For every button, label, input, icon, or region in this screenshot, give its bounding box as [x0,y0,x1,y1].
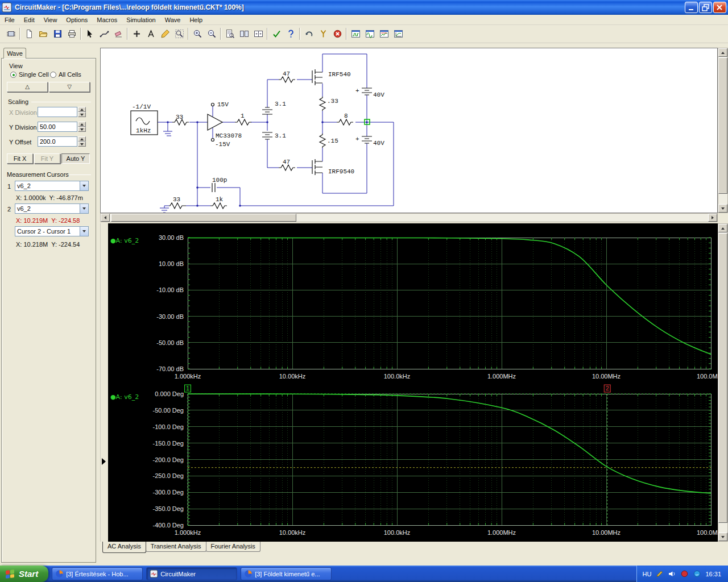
spinner-up-icon[interactable] [78,107,86,112]
open-file-icon[interactable] [37,27,50,41]
menu-macros[interactable]: Macros [92,15,122,24]
pane-splitter-arrow[interactable] [102,458,106,465]
tab-wave[interactable]: Wave [3,48,26,59]
ac-magnitude-plot[interactable]: 30.00 dB10.00 dB-10.00 dB-30.00 dB-50.00… [110,234,718,380]
menu-file[interactable]: File [0,15,19,24]
cursor2-signal-select[interactable]: v6_2 [15,203,89,214]
menu-view[interactable]: View [39,15,62,24]
clock[interactable]: 16:31 [705,571,721,577]
wave-up-button[interactable]: △ [7,82,48,92]
radio-all-cells[interactable]: All Cells [50,71,81,78]
svg-text:33: 33 [173,196,180,203]
waveform-plot-area[interactable]: 30.00 dB10.00 dB-10.00 dB-30.00 dB-50.00… [108,223,718,542]
volume-icon[interactable] [668,569,676,578]
print-icon[interactable] [65,27,78,41]
scope-xy-icon[interactable] [392,27,405,41]
stop-simulation-icon[interactable] [331,27,344,41]
scope-analog-icon[interactable] [363,27,377,41]
schematic-vscrollbar[interactable] [718,48,728,213]
y-offset-input[interactable] [38,136,77,147]
cursor-diff-select[interactable]: Cursor 2 - Cursor 1 [15,226,89,236]
wire-tool-icon[interactable] [98,27,111,41]
x-division-input[interactable] [38,107,77,117]
hscroll-thumb[interactable] [111,214,296,222]
start-button[interactable]: Start [0,566,48,582]
language-indicator[interactable]: HU [643,571,652,577]
x-division-spinner[interactable] [78,107,86,117]
save-file-icon[interactable] [51,27,64,41]
select-arrow-icon[interactable] [84,27,97,41]
scroll-down-icon[interactable] [718,533,727,541]
probe-tool-icon[interactable] [159,27,172,41]
spinner-down-icon[interactable] [78,127,86,132]
cursor1-signal-select[interactable]: v6_2 [15,181,89,191]
tab-transient-analysis[interactable]: Transient Analysis [146,542,206,552]
auto-y-button[interactable]: Auto Y [61,153,90,164]
schematic-hscrollbar[interactable] [100,213,718,222]
chevron-down-icon[interactable] [80,204,88,213]
probe-y-icon[interactable] [317,27,330,41]
y-tick-label: -400.0 Deg [153,522,184,529]
search-doc-icon[interactable] [224,27,237,41]
chevron-down-icon[interactable] [80,227,88,236]
scroll-up-icon[interactable] [718,48,727,57]
scroll-down-icon[interactable] [718,204,727,213]
zoom-in-icon[interactable] [191,27,204,41]
tab-fourier-analysis[interactable]: Fourier Analysis [206,542,260,552]
restore-icon[interactable] [699,2,712,13]
scope-mixed-icon[interactable] [378,27,391,41]
chevron-down-icon[interactable] [80,181,88,190]
add-part-icon[interactable] [130,27,143,41]
taskbar-task-firefox-1[interactable]: [3] Értesítések - Hob... [52,567,143,580]
help-icon[interactable] [284,27,297,41]
y-offset-spinner[interactable] [78,136,86,147]
scroll-left-icon[interactable] [101,214,110,222]
pen-icon[interactable] [655,569,664,578]
menu-help[interactable]: Help [185,15,207,24]
menu-options[interactable]: Options [61,15,92,24]
delete-tool-icon[interactable] [112,27,125,41]
alert-icon[interactable] [680,569,689,578]
zoom-out-icon[interactable] [205,27,218,41]
svg-text:47: 47 [283,159,290,165]
close-icon[interactable] [713,2,726,13]
menu-simulation[interactable]: Simulation [122,15,160,24]
menu-edit[interactable]: Edit [19,15,39,24]
fit-y-button[interactable]: Fit Y [34,153,60,164]
wave-panel-box [1,58,96,563]
mixed-mode-icon[interactable] [5,27,18,41]
tab-ac-analysis[interactable]: AC Analysis [102,542,146,553]
wave-down-button[interactable]: ▽ [49,82,90,92]
fit-x-button[interactable]: Fit X [7,153,33,164]
arrange-windows-icon[interactable] [238,27,251,41]
spinner-up-icon[interactable] [78,122,86,127]
spinner-down-icon[interactable] [78,142,86,147]
split-view-icon[interactable] [252,27,265,41]
waveform-vscrollbar[interactable] [718,223,728,542]
scroll-up-icon[interactable] [718,224,727,232]
zoom-select-icon[interactable] [173,27,186,41]
rules-check-icon[interactable] [270,27,283,41]
menu-wave[interactable]: Wave [160,15,185,24]
ac-phase-plot[interactable]: 0.000 Deg-50.00 Deg-100.0 Deg-150.0 Deg-… [110,385,718,536]
messenger-icon[interactable] [693,569,701,578]
scroll-right-icon[interactable] [708,214,717,222]
x-tick-label: 100.0MHz [697,529,718,536]
scope-digital-icon[interactable] [349,27,362,41]
radio-single-cell[interactable]: Single Cell [10,71,49,78]
radio-icon [50,72,56,78]
new-file-icon[interactable] [23,27,36,41]
undo-sim-icon[interactable] [303,27,316,41]
taskbar-task-firefox-2[interactable]: [3] Földelt kimenetű e... [241,567,332,580]
taskbar-task-circuitmaker[interactable]: CircuitMaker [146,567,237,580]
schematic-canvas[interactable]: -1/1V 1kHz 33 15V -15V MC33078 1 3.1 3.1… [100,48,718,213]
vscroll-thumb[interactable] [718,233,727,523]
spinner-down-icon[interactable] [78,112,86,117]
y-division-input[interactable] [38,122,77,132]
y-division-spinner[interactable] [78,122,86,132]
minimize-icon[interactable] [685,2,698,13]
spinner-up-icon[interactable] [78,136,86,142]
svg-text:MC33078: MC33078 [216,132,242,139]
text-tool-icon[interactable] [144,27,158,41]
vscroll-thumb[interactable] [718,57,727,194]
